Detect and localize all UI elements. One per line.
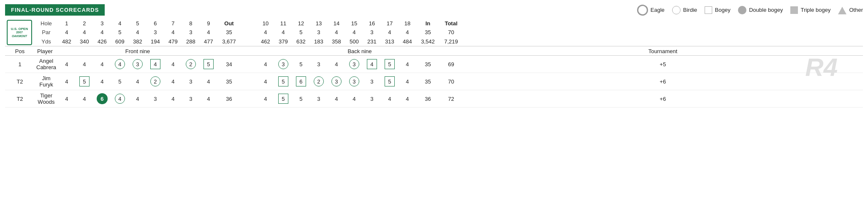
p3-h11: 5 — [274, 90, 292, 108]
p3-tournament: +6 — [463, 90, 863, 108]
yds-11: 379 — [274, 37, 292, 46]
p2-h9: 4 — [200, 73, 217, 90]
p2-h1: 4 — [58, 73, 76, 90]
us-open-logo: U.S. OPEN 2007 OAKMONT — [7, 20, 32, 45]
yds-17: 313 — [381, 37, 399, 46]
p3-h4: 4 — [111, 90, 129, 108]
par-15: 4 — [345, 28, 363, 37]
hole-4: 4 — [111, 19, 129, 28]
hole-header-row: U.S. OPEN 2007 OAKMONT Hole 1 2 3 4 5 6 … — [5, 19, 863, 28]
par-3: 4 — [93, 28, 111, 37]
hole-out: Out — [217, 19, 241, 28]
p1-h8: 2 — [182, 56, 200, 73]
p1-in: 35 — [416, 56, 439, 73]
p1-h2: 4 — [76, 56, 93, 73]
yds-label-cell: Yds — [35, 37, 58, 46]
p2-h18: 4 — [399, 73, 416, 90]
p1-h5: 3 — [129, 56, 146, 73]
p2-h4: 5 — [111, 73, 129, 90]
yds-header-row: Yds 482 340 426 609 382 194 479 288 477 … — [5, 37, 863, 46]
p2-h16: 3 — [363, 73, 381, 90]
p1-h14: 4 — [328, 56, 345, 73]
spacer-1 — [241, 19, 257, 28]
spacer-p1 — [241, 56, 257, 73]
p2-total: 70 — [439, 73, 463, 90]
hole-15: 15 — [345, 19, 363, 28]
p1-h18: 4 — [399, 56, 416, 73]
p1-out: 34 — [217, 56, 241, 73]
par-17: 4 — [381, 28, 399, 37]
player-2-name: Jim Furyk — [35, 73, 58, 90]
par-10: 4 — [257, 28, 274, 37]
par-18: 4 — [399, 28, 416, 37]
pos-section-label: Pos — [5, 46, 35, 56]
hole-11: 11 — [274, 19, 292, 28]
par-2: 4 — [76, 28, 93, 37]
hole-17: 17 — [381, 19, 399, 28]
hole-1: 1 — [58, 19, 76, 28]
other-label: Other — [849, 7, 863, 13]
eagle-icon — [637, 5, 648, 16]
player-3-pos: T2 — [5, 90, 35, 108]
p3-h16: 3 — [363, 90, 381, 108]
hole-3: 3 — [93, 19, 111, 28]
hole-8: 8 — [182, 19, 200, 28]
p1-h12: 5 — [292, 56, 310, 73]
yds-6: 194 — [146, 37, 164, 46]
legend-bogey: Bogey — [705, 6, 730, 14]
par-9: 4 — [200, 28, 217, 37]
p1-tournament: +5 — [463, 56, 863, 73]
tournament-section-label: Tournament — [463, 46, 863, 56]
yds-out: 3,677 — [217, 37, 241, 46]
hole-18: 18 — [399, 19, 416, 28]
front-nine-label: Front nine — [58, 46, 217, 56]
par-8: 3 — [182, 28, 200, 37]
p1-h16: 4 — [363, 56, 381, 73]
hole-in: In — [416, 19, 439, 28]
yds-5: 382 — [129, 37, 146, 46]
p2-h5: 4 — [129, 73, 146, 90]
p2-h12: 6 — [292, 73, 310, 90]
triple-bogey-icon — [790, 6, 798, 14]
p1-h13: 3 — [310, 56, 328, 73]
eagle-label: Eagle — [651, 7, 665, 13]
p2-h6: 2 — [146, 73, 164, 90]
hole-label-cell: Hole — [35, 19, 58, 28]
p3-h2: 4 — [76, 90, 93, 108]
p3-h1: 4 — [58, 90, 76, 108]
spacer-p3 — [241, 90, 257, 108]
player-row-1: 1 Angel Cabrera 4 4 4 4 3 4 4 2 5 34 4 — [5, 56, 863, 73]
legend-other: Other — [838, 6, 863, 14]
p3-h9: 4 — [200, 90, 217, 108]
legend-triple-bogey: Triple bogey — [790, 6, 830, 14]
other-icon — [838, 6, 846, 14]
hole-7: 7 — [164, 19, 182, 28]
yds-2: 340 — [76, 37, 93, 46]
scorecard-section: R4 U.S. — [5, 19, 863, 108]
p3-h17: 4 — [381, 90, 399, 108]
yds-18: 484 — [399, 37, 416, 46]
yds-15: 500 — [345, 37, 363, 46]
title-badge: FINAL-ROUND SCORECARDS — [5, 4, 105, 16]
par-14: 4 — [328, 28, 345, 37]
par-16: 3 — [363, 28, 381, 37]
player-3-name: Tiger Woods — [35, 90, 58, 108]
hole-13: 13 — [310, 19, 328, 28]
hole-14: 14 — [328, 19, 345, 28]
p1-h4: 4 — [111, 56, 129, 73]
yds-1: 482 — [58, 37, 76, 46]
yds-8: 288 — [182, 37, 200, 46]
yds-12: 632 — [292, 37, 310, 46]
legend-birdie: Birdie — [672, 6, 697, 14]
par-5: 4 — [129, 28, 146, 37]
p3-out: 36 — [217, 90, 241, 108]
p2-h17: 5 — [381, 73, 399, 90]
p1-h9: 5 — [200, 56, 217, 73]
par-4: 5 — [111, 28, 129, 37]
yds-13: 183 — [310, 37, 328, 46]
p2-h7: 4 — [164, 73, 182, 90]
p1-h1: 4 — [58, 56, 76, 73]
yds-16: 231 — [363, 37, 381, 46]
svg-marker-0 — [838, 7, 846, 14]
p3-h10: 4 — [257, 90, 274, 108]
